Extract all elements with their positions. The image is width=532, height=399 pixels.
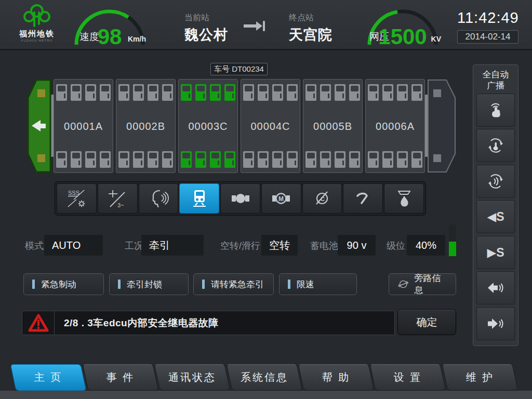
touch-broadcast-icon bbox=[486, 101, 505, 119]
door-icon bbox=[349, 151, 360, 168]
tab-label: 事 件 bbox=[86, 365, 155, 390]
door-icon bbox=[195, 151, 206, 168]
emergency-traction-button[interactable]: 请转紧急牵引 bbox=[193, 273, 274, 295]
door-icon bbox=[287, 151, 298, 168]
compressor-icon[interactable]: C bbox=[302, 183, 342, 214]
header: 福州地铁 FUZHOU METRO 速度 98 Km/h 当前站 魏公村 终点站… bbox=[0, 0, 532, 50]
left-announce-icon bbox=[486, 278, 505, 297]
tab-events[interactable]: 事 件 bbox=[83, 364, 159, 391]
confirm-button[interactable]: 确定 bbox=[397, 309, 456, 335]
door-icon bbox=[71, 151, 82, 168]
warn-label: 紧急制动 bbox=[41, 278, 76, 290]
tab-comm-status[interactable]: 通讯状态 bbox=[154, 364, 231, 391]
motor-icon[interactable]: M bbox=[261, 183, 301, 214]
level-value: 40% bbox=[407, 235, 445, 256]
traction-block-button[interactable]: 牵引封锁 bbox=[109, 273, 189, 295]
door-icon bbox=[411, 151, 422, 168]
clock: 11:42:49 2014-02-14 bbox=[457, 9, 518, 44]
battery-value: 90 v bbox=[338, 235, 376, 256]
tab-label: 帮 助 bbox=[301, 365, 371, 390]
door-icon bbox=[148, 151, 158, 168]
car-panel[interactable]: 00002B bbox=[116, 79, 176, 173]
next-broadcast-button[interactable]: ▶S bbox=[476, 236, 515, 269]
touch-broadcast-button[interactable] bbox=[476, 94, 515, 127]
prev-broadcast-glyph: ◀S bbox=[487, 210, 504, 224]
car-panel[interactable]: 00001A bbox=[54, 79, 113, 173]
door-icon bbox=[100, 84, 111, 101]
speed-limit-button[interactable]: 限速 bbox=[279, 273, 357, 295]
door-icon bbox=[320, 151, 331, 168]
time-display: 11:42:49 bbox=[457, 9, 518, 26]
car-panel[interactable]: 00003C bbox=[178, 79, 238, 173]
tab-home[interactable]: 主 页 bbox=[10, 364, 87, 391]
door-icon bbox=[272, 84, 283, 101]
bypass-info-button[interactable]: 旁路信息 bbox=[389, 273, 456, 295]
auto-touch-cycle-button[interactable] bbox=[476, 129, 515, 162]
level-bar-fill bbox=[449, 242, 456, 256]
tab-help[interactable]: 帮 助 bbox=[298, 364, 375, 391]
door-icon bbox=[85, 84, 96, 101]
tab-label: 设 置 bbox=[373, 365, 443, 390]
train-tail-cab bbox=[427, 79, 456, 173]
warn-label: 请转紧急牵引 bbox=[211, 278, 264, 290]
fire-alarm-icon[interactable] bbox=[384, 183, 424, 214]
tab-label: 系统信息 bbox=[230, 365, 299, 390]
train-icon[interactable] bbox=[179, 183, 219, 214]
speed-unit: Km/h bbox=[128, 35, 146, 43]
door-icon bbox=[411, 84, 422, 101]
signal-isolate-icon[interactable]: SSS bbox=[57, 183, 97, 214]
level-label: 级位 bbox=[387, 240, 405, 252]
tab-settings[interactable]: 设 置 bbox=[370, 364, 446, 391]
status-marker bbox=[118, 280, 121, 289]
car-panel[interactable]: 00005B bbox=[303, 79, 363, 173]
auto-touch-cycle-icon bbox=[486, 136, 505, 155]
svg-text:3~: 3~ bbox=[117, 202, 124, 208]
auto-sound-cycle-button[interactable] bbox=[476, 165, 515, 198]
door-icon bbox=[71, 84, 82, 101]
current-station-label: 当前站 bbox=[184, 12, 228, 23]
door-icon bbox=[181, 151, 192, 168]
right-announce-button[interactable] bbox=[476, 307, 515, 340]
terminal-station-name: 天宫院 bbox=[289, 25, 332, 44]
date-display: 2014-02-14 bbox=[457, 30, 518, 44]
announcement-icon[interactable] bbox=[139, 183, 179, 214]
door-icon bbox=[56, 151, 67, 168]
door-icon bbox=[243, 84, 254, 101]
current-station: 当前站 魏公村 bbox=[184, 12, 228, 44]
fuzhou-metro-logo: 福州地铁 FUZHOU METRO bbox=[14, 3, 60, 48]
condition-value: 牵引 bbox=[141, 235, 204, 256]
door-icon bbox=[335, 84, 345, 101]
terminal-station: 终点站 天宫院 bbox=[289, 12, 332, 44]
door-icon bbox=[305, 84, 316, 101]
door-icon bbox=[195, 84, 206, 101]
door-icon bbox=[224, 151, 235, 168]
bottom-strip bbox=[0, 391, 532, 399]
svg-text:SSS: SSS bbox=[68, 190, 79, 196]
car-panel[interactable]: 00006A bbox=[365, 79, 425, 173]
slip-slide-value: 空转 bbox=[261, 235, 298, 256]
tab-system-info[interactable]: 系统信息 bbox=[227, 364, 303, 391]
pantograph-isolate-icon[interactable]: 3~ bbox=[98, 183, 138, 214]
left-announce-button[interactable] bbox=[476, 271, 515, 304]
metro-cloud-icon bbox=[21, 3, 53, 28]
door-icon bbox=[118, 84, 129, 101]
tab-maintenance[interactable]: 维 护 bbox=[442, 364, 518, 391]
door-icon bbox=[133, 84, 144, 101]
tab-label: 通讯状态 bbox=[157, 365, 227, 390]
door-icon bbox=[56, 84, 67, 101]
car-panel[interactable]: 00004C bbox=[241, 79, 300, 173]
svg-text:C: C bbox=[321, 196, 325, 202]
coupler-icon[interactable] bbox=[220, 183, 260, 214]
voltage-value: 1500 bbox=[366, 26, 439, 48]
door-icon bbox=[320, 84, 331, 101]
terminal-station-label: 终点站 bbox=[289, 12, 332, 23]
logo-subtitle: FUZHOU METRO bbox=[14, 39, 60, 42]
level-bar bbox=[449, 224, 456, 256]
condition-label: 工况 bbox=[125, 240, 143, 252]
hook-icon[interactable] bbox=[343, 183, 383, 214]
emergency-brake-button[interactable]: 紧急制动 bbox=[23, 273, 104, 295]
prev-broadcast-button[interactable]: ◀S bbox=[476, 200, 515, 233]
tab-label: 主 页 bbox=[14, 365, 83, 390]
door-icon bbox=[210, 84, 221, 101]
door-icon bbox=[272, 151, 283, 168]
